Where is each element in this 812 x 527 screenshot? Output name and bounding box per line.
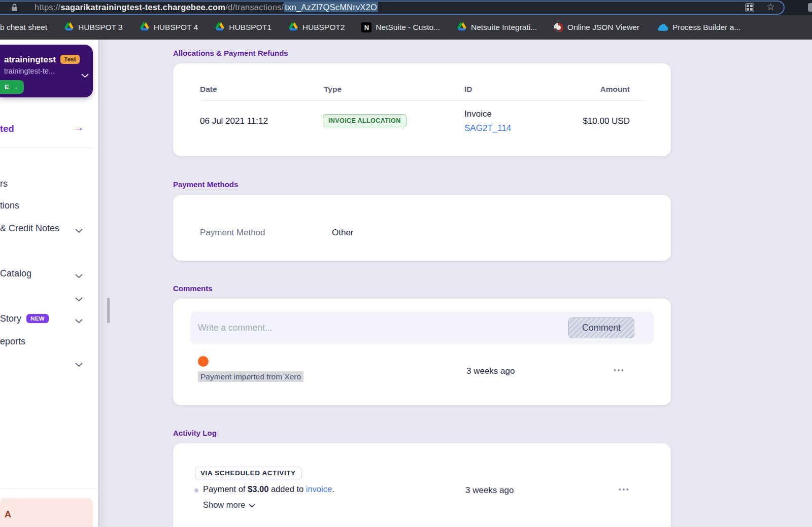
comment-input-row: Comment xyxy=(190,311,654,344)
payment-method-label: Payment Method xyxy=(200,228,265,238)
bookmark-label: NetSuite - Custo... xyxy=(376,23,440,32)
google-drive-icon xyxy=(215,21,225,33)
allocation-type-badge: INVOICE ALLOCATION xyxy=(323,114,407,127)
sidebar-bottom-divider xyxy=(0,488,98,489)
url-domain: sagarikatrainingtest-test.chargebee.com xyxy=(60,3,225,12)
org-title: atrainingtest xyxy=(4,55,56,65)
comment-avatar xyxy=(198,356,209,367)
activity-text-prefix: Payment of xyxy=(203,484,248,494)
sidebar-alert-card[interactable]: A xyxy=(0,498,93,527)
google-drive-icon xyxy=(457,21,467,33)
chevron-down-icon[interactable] xyxy=(75,295,83,304)
bookmark-netsuite-integration[interactable]: Netsuite Integrati... xyxy=(457,21,537,33)
chevron-down-icon xyxy=(249,500,255,510)
sidebar-item-customers[interactable]: rs xyxy=(0,179,8,189)
activity-line: Payment of $3.00 added to invoice. xyxy=(203,484,334,494)
google-drive-icon xyxy=(288,21,298,33)
col-header-date: Date xyxy=(200,85,217,94)
comment-timestamp: 3 weeks ago xyxy=(466,366,515,376)
url-scheme: https:// xyxy=(35,3,60,12)
org-card[interactable]: atrainingtest Test trainingtest-te... E … xyxy=(0,45,93,97)
go-live-button[interactable]: E → xyxy=(0,80,24,94)
activity-amount: $3.00 xyxy=(248,484,268,494)
scrollbar-thumb[interactable] xyxy=(107,298,110,323)
section-title-allocations: Allocations & Payment Refunds xyxy=(173,49,288,57)
payment-method-value: Other xyxy=(332,228,354,238)
activity-timestamp: 3 weeks ago xyxy=(465,485,514,496)
profile-icon[interactable] xyxy=(808,3,812,12)
allocation-id-kind: Invoice xyxy=(464,109,492,119)
sidebar-item-reports[interactable]: eports xyxy=(0,336,25,347)
chevron-down-icon[interactable] xyxy=(81,71,89,80)
bookmark-label: HUBSPOT1 xyxy=(229,23,272,32)
netsuite-icon: N xyxy=(361,22,371,32)
activity-log-card: VIA SCHEDULED ACTIVITY Payment of $3.00 … xyxy=(173,443,671,527)
comments-card: Comment Payment imported from Xero 3 wee… xyxy=(173,299,671,405)
chevron-down-icon[interactable] xyxy=(75,360,83,369)
bookmark-json-viewer[interactable]: Online JSON Viewer xyxy=(554,23,639,32)
sidebar: atrainingtest Test trainingtest-te... E … xyxy=(0,40,98,527)
comment-menu-icon[interactable]: ••• xyxy=(614,366,625,374)
lock-icon xyxy=(11,4,18,12)
alert-card-label: A xyxy=(5,509,11,520)
col-header-id: ID xyxy=(464,85,472,94)
bookmark-star-icon[interactable]: ☆ xyxy=(766,1,775,13)
arrow-right-icon: → xyxy=(11,83,18,91)
section-title-payment-methods: Payment Methods xyxy=(173,180,238,189)
google-drive-icon xyxy=(64,21,74,33)
chevron-down-icon[interactable] xyxy=(75,317,83,326)
activity-invoice-link[interactable]: invoice xyxy=(306,484,332,494)
json-viewer-icon xyxy=(554,23,563,32)
comment-entry: Payment imported from Xero xyxy=(198,372,303,381)
bookmark-label: b cheat sheet xyxy=(0,23,47,32)
allocation-invoice-link[interactable]: SAG2T_114 xyxy=(464,123,511,133)
extensions-icon[interactable] xyxy=(745,3,754,12)
url-text[interactable]: https://sagarikatrainingtest-test.charge… xyxy=(35,3,378,12)
show-more-label: Show more xyxy=(203,500,245,510)
sidebar-divider xyxy=(0,148,94,148)
activity-menu-icon[interactable]: ••• xyxy=(619,485,630,494)
bookmark-hubspot-4[interactable]: HUBSPOT 4 xyxy=(140,21,198,33)
activity-bullet xyxy=(194,488,198,493)
bookmark-label: Process Builder a... xyxy=(672,23,740,32)
bookmark-cheat-sheet[interactable]: b cheat sheet xyxy=(0,23,47,32)
arrow-right-icon[interactable]: → xyxy=(73,121,84,134)
url-path: /d/transactions/ xyxy=(225,3,284,12)
bookmark-hubspot-3[interactable]: HUBSPOT 3 xyxy=(64,21,123,33)
org-subtitle: trainingtest-te... xyxy=(4,67,55,75)
browser-top-bar: https://sagarikatrainingtest-test.charge… xyxy=(0,0,812,15)
section-title-activity-log: Activity Log xyxy=(173,429,217,437)
new-badge: NEW xyxy=(26,314,49,323)
bookmark-hubspot2[interactable]: HUBSPOT2 xyxy=(288,21,345,33)
allocation-amount: $10.00 USD xyxy=(583,116,630,126)
bookmark-label: HUBSPOT 3 xyxy=(78,23,123,32)
cloud-icon xyxy=(656,22,668,33)
bookmark-label: Online JSON Viewer xyxy=(567,23,639,32)
bookmarks-bar: b cheat sheet HUBSPOT 3 HUBSPOT 4 HUBSPO… xyxy=(0,15,812,40)
sidebar-recent-link[interactable]: ted xyxy=(0,123,14,134)
go-live-label: E xyxy=(5,83,9,91)
show-more-link[interactable]: Show more xyxy=(203,500,255,510)
comment-button-label: Comment xyxy=(582,323,621,333)
via-scheduled-activity-badge: VIA SCHEDULED ACTIVITY xyxy=(195,467,301,479)
sidebar-item-catalog[interactable]: Catalog xyxy=(0,268,31,279)
chevron-down-icon[interactable] xyxy=(75,271,83,280)
allocation-date: 06 Jul 2021 11:12 xyxy=(200,116,268,126)
activity-text-suffix: . xyxy=(332,484,334,494)
bookmark-label: HUBSPOT2 xyxy=(302,23,345,32)
bookmark-label: Netsuite Integrati... xyxy=(471,23,537,32)
bookmark-netsuite-custo[interactable]: N NetSuite - Custo... xyxy=(361,22,440,32)
sidebar-item-subscriptions[interactable]: tions xyxy=(0,200,19,211)
bookmark-hubspot1[interactable]: HUBSPOT1 xyxy=(215,21,272,33)
chevron-down-icon[interactable] xyxy=(75,226,83,235)
bookmark-process-builder[interactable]: Process Builder a... xyxy=(656,22,740,33)
url-selected-segment: txn_AzZl7QScMNrvX2O xyxy=(284,2,378,12)
sidebar-item-credit-notes[interactable]: & Credit Notes xyxy=(0,223,59,234)
comment-input[interactable] xyxy=(198,311,502,344)
activity-text-middle: added to xyxy=(268,484,306,494)
payment-methods-card: Payment Method Other xyxy=(173,195,671,261)
col-header-amount: Amount xyxy=(600,85,630,94)
sidebar-item-revenuestory[interactable]: Story xyxy=(0,313,21,324)
comment-submit-button[interactable]: Comment xyxy=(568,318,634,338)
allocations-card: Date Type ID Amount 06 Jul 2021 11:12 IN… xyxy=(173,63,671,156)
